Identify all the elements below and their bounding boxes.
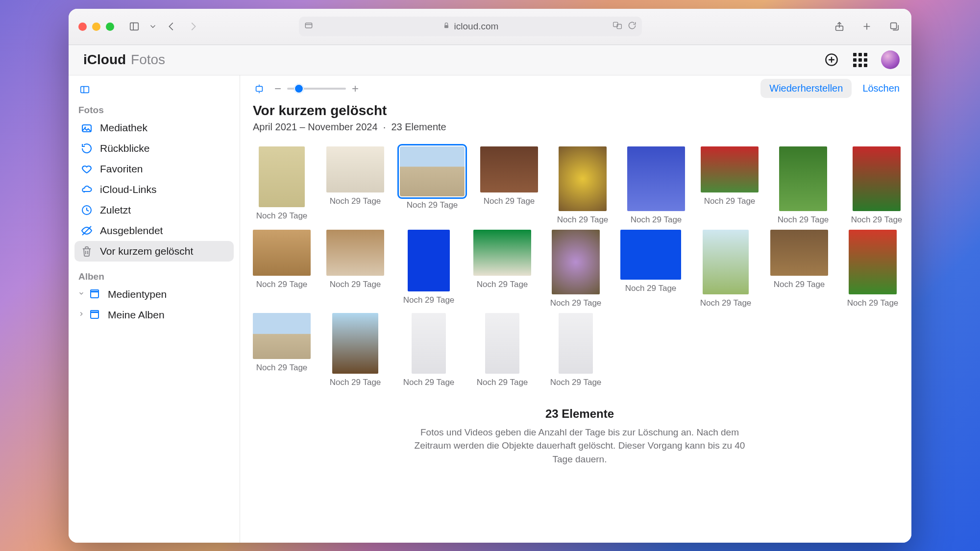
cloud-link-icon — [80, 184, 93, 195]
photo-thumbnail[interactable] — [552, 230, 600, 294]
sidebar-item-recently-deleted[interactable]: Vor kurzem gelöscht — [74, 241, 234, 262]
app-header: iCloud Fotos — [69, 45, 911, 75]
footer-description: Fotos und Videos geben die Anzahl der Ta… — [413, 426, 746, 466]
disclosure-right-icon[interactable] — [74, 311, 88, 319]
photo-thumbnail[interactable] — [701, 146, 759, 192]
aspect-toggle-icon[interactable] — [252, 81, 267, 96]
photo-item[interactable]: Noch 29 Tage — [547, 230, 605, 308]
sidebar-item-media-types[interactable]: Medientypen — [88, 284, 234, 305]
fullscreen-window-button[interactable] — [106, 23, 114, 31]
translate-icon[interactable] — [612, 21, 622, 33]
photo-thumbnail[interactable] — [408, 230, 450, 291]
photo-thumbnail[interactable] — [770, 230, 828, 276]
brand[interactable]: iCloud Fotos — [80, 52, 165, 68]
photo-thumbnail[interactable] — [326, 146, 384, 192]
collapse-sidebar-icon[interactable] — [77, 82, 92, 97]
photo-item[interactable]: Noch 29 Tage — [400, 230, 458, 308]
site-settings-icon[interactable] — [304, 21, 314, 33]
photo-item[interactable]: Noch 29 Tage — [697, 230, 755, 308]
new-tab-icon[interactable] — [859, 19, 874, 34]
upload-button[interactable] — [824, 52, 839, 67]
zoom-knob[interactable] — [294, 84, 304, 94]
zoom-in-icon[interactable]: + — [352, 82, 359, 96]
photo-thumbnail[interactable] — [703, 230, 749, 294]
sidebar-item-memories[interactable]: Rückblicke — [74, 138, 234, 159]
photo-thumbnail[interactable] — [620, 230, 681, 280]
photo-caption: Noch 29 Tage — [256, 211, 308, 221]
photo-item[interactable]: Noch 29 Tage — [701, 146, 759, 225]
photo-thumbnail[interactable] — [400, 146, 465, 196]
minimize-window-button[interactable] — [92, 23, 100, 31]
photo-item[interactable]: Noch 29 Tage — [253, 230, 311, 308]
sidebar-item-hidden[interactable]: Ausgeblendet — [74, 220, 234, 241]
sidebar-toggle-icon[interactable] — [127, 19, 142, 34]
close-window-button[interactable] — [78, 23, 87, 31]
photo-item[interactable]: Noch 29 Tage — [473, 313, 531, 387]
share-icon[interactable] — [832, 19, 847, 34]
photo-item[interactable]: Noch 29 Tage — [547, 313, 605, 387]
sidebar-item-favorites[interactable]: Favoriten — [74, 159, 234, 179]
photo-item[interactable]: Noch 29 Tage — [770, 230, 828, 308]
svg-rect-4 — [444, 25, 448, 28]
library-icon — [80, 122, 93, 134]
photo-item[interactable]: Noch 29 Tage — [326, 146, 384, 225]
photo-item[interactable]: Noch 29 Tage — [620, 230, 681, 308]
photo-item[interactable]: Noch 29 Tage — [627, 146, 685, 225]
photo-thumbnail[interactable] — [332, 313, 378, 374]
photo-thumbnail[interactable] — [412, 313, 446, 374]
photo-thumbnail[interactable] — [779, 146, 827, 211]
photo-caption: Noch 29 Tage — [704, 196, 756, 206]
sidebar-item-label: Vor kurzem gelöscht — [100, 245, 193, 257]
photo-grid-scroll[interactable]: Noch 29 TageNoch 29 TageNoch 29 TageNoch… — [240, 138, 911, 543]
photo-thumbnail[interactable] — [473, 230, 531, 276]
browser-window: icloud.com iClo — [69, 9, 911, 543]
svg-rect-26 — [256, 86, 263, 91]
photo-item[interactable]: Noch 29 Tage — [400, 313, 458, 387]
reload-icon[interactable] — [627, 21, 637, 33]
photo-item[interactable]: Noch 29 Tage — [473, 230, 531, 308]
delete-button[interactable]: Löschen — [862, 83, 900, 94]
tabs-overview-icon[interactable] — [887, 19, 902, 34]
photo-thumbnail[interactable] — [559, 313, 593, 374]
photo-item[interactable]: Noch 29 Tage — [326, 230, 384, 308]
sidebar-item-recent[interactable]: Zuletzt — [74, 200, 234, 220]
photo-item[interactable]: Noch 29 Tage — [554, 146, 612, 225]
zoom-slider[interactable]: − + — [274, 82, 359, 96]
app-launcher-icon[interactable] — [853, 52, 867, 67]
photo-thumbnail[interactable] — [627, 146, 685, 211]
page-title: Vor kurzem gelöscht — [253, 103, 899, 119]
back-button[interactable] — [164, 19, 179, 34]
photo-item[interactable]: Noch 29 Tage — [400, 146, 465, 225]
photo-item[interactable]: Noch 29 Tage — [253, 146, 311, 225]
photo-thumbnail[interactable] — [253, 230, 311, 276]
photo-item[interactable]: Noch 29 Tage — [326, 313, 384, 387]
photo-thumbnail[interactable] — [559, 146, 607, 211]
zoom-track[interactable] — [287, 88, 346, 90]
photo-thumbnail[interactable] — [485, 313, 519, 374]
sidebar-item-icloud-links[interactable]: iCloud-Links — [74, 179, 234, 200]
disclosure-down-icon[interactable] — [74, 290, 88, 299]
zoom-out-icon[interactable]: − — [274, 82, 281, 96]
photo-thumbnail[interactable] — [853, 146, 901, 211]
photo-thumbnail[interactable] — [849, 230, 897, 294]
photo-grid: Noch 29 TageNoch 29 TageNoch 29 TageNoch… — [253, 146, 906, 387]
forward-button[interactable] — [186, 19, 200, 34]
sidebar-item-my-albums[interactable]: Meine Alben — [88, 305, 234, 325]
photo-item[interactable]: Noch 29 Tage — [844, 230, 902, 308]
photo-item[interactable]: Noch 29 Tage — [848, 146, 906, 225]
photo-item[interactable]: Noch 29 Tage — [774, 146, 832, 225]
photo-caption: Noch 29 Tage — [403, 378, 455, 387]
address-bar[interactable]: icloud.com — [299, 17, 642, 36]
photo-thumbnail[interactable] — [253, 313, 311, 359]
account-avatar[interactable] — [881, 50, 900, 69]
clock-icon — [80, 204, 93, 216]
photo-thumbnail[interactable] — [480, 146, 538, 192]
tab-group-dropdown-icon[interactable] — [148, 19, 157, 34]
photo-item[interactable]: Noch 29 Tage — [480, 146, 538, 225]
photo-item[interactable]: Noch 29 Tage — [253, 313, 311, 387]
sidebar-item-library[interactable]: Mediathek — [74, 118, 234, 138]
restore-button[interactable]: Wiederherstellen — [760, 79, 852, 98]
photo-thumbnail[interactable] — [259, 146, 305, 207]
photo-caption: Noch 29 Tage — [550, 378, 602, 387]
photo-thumbnail[interactable] — [326, 230, 384, 276]
